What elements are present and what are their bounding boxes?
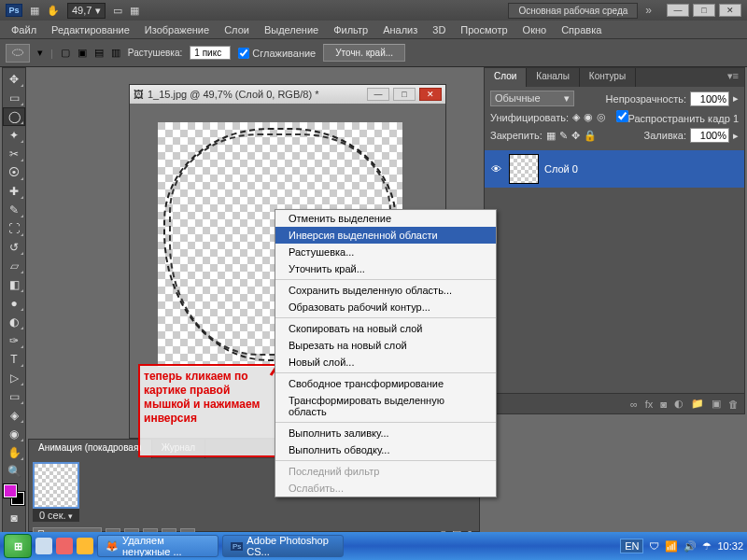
move-tool[interactable]: ✥ <box>3 70 25 89</box>
stamp-tool[interactable]: ⛶ <box>3 219 25 238</box>
ctx-deselect[interactable]: Отменить выделение <box>275 210 496 227</box>
ctx-layer-via-cut[interactable]: Вырезать на новый слой <box>275 337 496 354</box>
menu-filter[interactable]: Фильтр <box>326 22 375 37</box>
blend-mode-select[interactable]: Обычные▾ <box>490 91 574 106</box>
eyedropper-tool[interactable]: ⦿ <box>3 163 25 182</box>
quickmask-toggle[interactable]: ◙ <box>3 509 25 527</box>
wand-tool[interactable]: ✦ <box>3 126 25 145</box>
clock[interactable]: 10:32 <box>717 540 743 552</box>
lock-pixels-icon[interactable]: ✎ <box>559 130 568 142</box>
menu-3d[interactable]: 3D <box>425 22 453 37</box>
layer-row[interactable]: 👁 Слой 0 <box>485 150 744 188</box>
menu-edit[interactable]: Редактирование <box>44 22 137 37</box>
hand-tool[interactable]: ✋ <box>3 443 25 462</box>
refine-edge-button[interactable]: Уточн. край... <box>323 44 405 62</box>
view-rulers-icon[interactable]: ▭ <box>113 5 122 17</box>
new-layer-icon[interactable]: ▣ <box>712 398 721 410</box>
tab-channels[interactable]: Каналы <box>527 68 580 87</box>
unify-position-icon[interactable]: ◈ <box>572 111 580 123</box>
document-titlebar[interactable]: 🖼 1_15.jpg @ 49,7% (Слой 0, RGB/8) * — □… <box>130 85 445 104</box>
doc-maximize-button[interactable]: □ <box>393 88 416 101</box>
path-tool[interactable]: ▷ <box>3 369 25 387</box>
zoom-level[interactable]: 49,7▾ <box>67 3 106 19</box>
menu-window[interactable]: Окно <box>515 22 555 37</box>
taskbar-item[interactable]: 🦊Удаляем ненужные ... <box>97 535 218 557</box>
ctx-new-layer[interactable]: Новый слой... <box>275 354 496 371</box>
frame-thumbnail[interactable] <box>33 462 79 509</box>
add-selection-icon[interactable]: ▣ <box>78 47 87 59</box>
fill-input[interactable] <box>690 128 729 143</box>
maximize-button[interactable]: □ <box>693 4 715 17</box>
ctx-save-selection[interactable]: Сохранить выделенную область... <box>275 282 496 299</box>
quicklaunch-icon[interactable] <box>77 538 93 554</box>
layer-visibility-icon[interactable]: 👁 <box>488 163 503 175</box>
more-workspaces-icon[interactable]: » <box>645 4 652 17</box>
zoom-tool[interactable]: 🔍 <box>3 462 25 481</box>
marquee-tool[interactable]: ▭ <box>3 89 25 107</box>
blur-tool[interactable]: ● <box>3 294 25 313</box>
ctx-stroke[interactable]: Выполнить обводку... <box>275 441 496 458</box>
lock-all-icon[interactable]: 🔒 <box>584 130 597 142</box>
ctx-fill[interactable]: Выполнить заливку... <box>275 425 496 441</box>
ctx-feather[interactable]: Растушевка... <box>275 244 496 260</box>
ctx-make-workpath[interactable]: Образовать рабочий контур... <box>275 299 496 315</box>
pen-tool[interactable]: ✑ <box>3 331 25 350</box>
delete-layer-icon[interactable]: 🗑 <box>728 399 739 410</box>
foreground-color[interactable] <box>4 484 17 497</box>
layer-thumbnail[interactable] <box>509 154 539 184</box>
link-layers-icon[interactable]: ∞ <box>630 399 638 410</box>
ctx-refine-edge[interactable]: Уточнить край... <box>275 260 496 277</box>
tab-animation[interactable]: Анимация (покадровая) <box>29 440 152 458</box>
tray-icon[interactable]: ☂ <box>702 540 712 553</box>
frame-delay[interactable]: 0 сек. ▾ <box>33 509 79 522</box>
lasso-tool-preview[interactable] <box>6 44 30 63</box>
doc-close-button[interactable]: ✕ <box>419 88 442 101</box>
taskbar-item[interactable]: PsAdobe Photoshop CS... <box>222 535 344 557</box>
type-tool[interactable]: T <box>3 350 25 369</box>
unify-style-icon[interactable]: ◎ <box>597 111 606 123</box>
start-button[interactable]: ⊞ <box>4 534 32 558</box>
view-extras-icon[interactable]: ▦ <box>130 5 139 17</box>
panel-menu-icon[interactable]: ▾≡ <box>722 68 744 87</box>
language-indicator[interactable]: EN <box>620 539 643 553</box>
tab-layers[interactable]: Слои <box>485 68 527 87</box>
menu-help[interactable]: Справка <box>554 22 609 37</box>
color-swatches[interactable] <box>4 484 24 505</box>
crop-tool[interactable]: ✂ <box>3 145 25 163</box>
menu-image[interactable]: Изображение <box>137 22 217 37</box>
animation-frame[interactable]: 0 сек. ▾ <box>33 462 79 522</box>
ctx-layer-via-copy[interactable]: Скопировать на новый слой <box>275 320 496 337</box>
dodge-tool[interactable]: ◐ <box>3 313 25 331</box>
shape-tool[interactable]: ▭ <box>3 387 25 406</box>
new-selection-icon[interactable]: ▢ <box>61 47 70 59</box>
tray-icon[interactable]: 🔊 <box>684 540 697 553</box>
lock-position-icon[interactable]: ✥ <box>571 130 580 142</box>
ctx-free-transform[interactable]: Свободное трансформирование <box>275 375 496 392</box>
3d-tool[interactable]: ◈ <box>3 406 25 425</box>
3d-camera-tool[interactable]: ◉ <box>3 425 25 443</box>
close-button[interactable]: ✕ <box>719 4 741 17</box>
unify-visibility-icon[interactable]: ◉ <box>584 111 593 123</box>
antialias-checkbox[interactable]: Сглаживание <box>238 48 316 59</box>
menu-view[interactable]: Просмотр <box>453 22 514 37</box>
tray-icon[interactable]: 🛡 <box>649 540 659 552</box>
bridge-icon[interactable]: ▦ <box>30 5 39 17</box>
brush-tool[interactable]: ✎ <box>3 201 25 219</box>
gradient-tool[interactable]: ◧ <box>3 275 25 294</box>
ctx-inverse-selection[interactable]: Инверсия выделенной области <box>275 227 496 244</box>
history-brush-tool[interactable]: ↺ <box>3 238 25 257</box>
menu-select[interactable]: Выделение <box>257 22 326 37</box>
intersect-selection-icon[interactable]: ▥ <box>111 47 120 59</box>
menu-file[interactable]: Файл <box>4 22 44 37</box>
subtract-selection-icon[interactable]: ▤ <box>94 47 104 59</box>
lasso-tool[interactable]: ◯ <box>3 107 25 126</box>
propagate-frame-checkbox[interactable]: Распространить кадр 1 <box>616 110 739 124</box>
fx-icon[interactable]: fx <box>645 399 654 410</box>
opacity-input[interactable] <box>690 91 729 106</box>
quicklaunch-icon[interactable] <box>56 538 73 554</box>
doc-minimize-button[interactable]: — <box>367 88 389 101</box>
tab-paths[interactable]: Контуры <box>580 68 636 87</box>
minimize-button[interactable]: — <box>667 4 689 17</box>
feather-input[interactable] <box>190 46 231 60</box>
lock-transparency-icon[interactable]: ▦ <box>546 130 556 142</box>
